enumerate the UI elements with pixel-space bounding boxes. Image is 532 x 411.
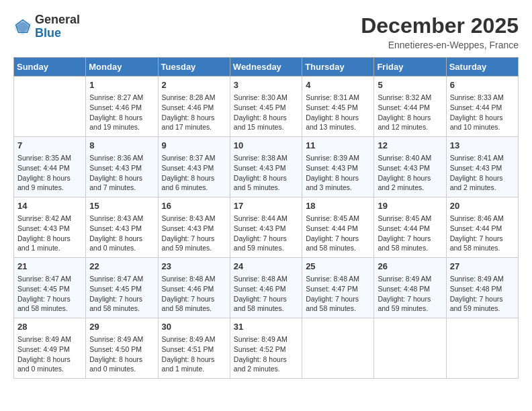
day-info: Sunrise: 8:35 AM <box>17 153 82 163</box>
header-wednesday: Wednesday <box>230 58 302 77</box>
logo-icon <box>13 17 32 36</box>
day-info: Daylight: 8 hours <box>378 173 442 183</box>
day-info: Sunrise: 8:40 AM <box>378 153 442 163</box>
calendar-cell: 12Sunrise: 8:40 AMSunset: 4:43 PMDayligh… <box>374 137 446 197</box>
day-number: 26 <box>378 261 442 273</box>
day-info: Daylight: 8 hours <box>450 113 515 123</box>
day-info: Sunset: 4:51 PM <box>162 345 226 355</box>
day-number: 6 <box>450 79 515 91</box>
day-number: 18 <box>306 200 370 212</box>
day-info: Daylight: 8 hours <box>89 234 154 244</box>
day-info: and 58 minutes. <box>162 304 226 314</box>
day-info: Sunset: 4:44 PM <box>378 224 442 234</box>
day-number: 5 <box>378 79 442 91</box>
day-info: Sunrise: 8:49 AM <box>450 274 515 284</box>
calendar-week-row: 7Sunrise: 8:35 AMSunset: 4:44 PMDaylight… <box>14 137 519 197</box>
calendar-week-row: 28Sunrise: 8:49 AMSunset: 4:49 PMDayligh… <box>14 318 519 379</box>
day-number: 4 <box>306 79 370 91</box>
header-friday: Friday <box>374 58 446 77</box>
day-info: Daylight: 8 hours <box>306 113 370 123</box>
day-info: and 0 minutes. <box>89 364 154 374</box>
day-number: 21 <box>17 261 82 273</box>
day-info: and 7 minutes. <box>89 183 154 193</box>
day-info: Sunset: 4:44 PM <box>450 103 515 113</box>
day-info: Sunrise: 8:45 AM <box>378 214 442 224</box>
calendar-cell: 19Sunrise: 8:45 AMSunset: 4:44 PMDayligh… <box>374 197 446 258</box>
day-info: Daylight: 7 hours <box>89 294 154 304</box>
calendar-cell <box>302 318 374 379</box>
day-info: and 13 minutes. <box>306 122 370 132</box>
day-info: Sunrise: 8:41 AM <box>450 153 515 163</box>
day-info: Daylight: 8 hours <box>234 355 298 365</box>
day-info: and 59 minutes. <box>450 304 515 314</box>
day-info: Sunrise: 8:48 AM <box>306 274 370 284</box>
header-sunday: Sunday <box>14 58 86 77</box>
calendar-week-row: 1Sunrise: 8:27 AMSunset: 4:46 PMDaylight… <box>14 77 519 137</box>
day-info: Sunrise: 8:27 AM <box>89 93 154 103</box>
day-info: Daylight: 8 hours <box>17 355 82 365</box>
day-info: Sunrise: 8:44 AM <box>234 214 298 224</box>
day-number: 29 <box>89 321 154 333</box>
day-info: and 58 minutes. <box>17 304 82 314</box>
header-saturday: Saturday <box>446 58 518 77</box>
day-info: and 0 minutes. <box>17 364 82 374</box>
day-info: and 58 minutes. <box>89 304 154 314</box>
day-info: Sunrise: 8:39 AM <box>306 153 370 163</box>
day-info: Sunrise: 8:47 AM <box>89 274 154 284</box>
day-info: Sunset: 4:46 PM <box>234 284 298 294</box>
day-info: and 0 minutes. <box>89 243 154 253</box>
day-info: Daylight: 8 hours <box>17 234 82 244</box>
day-info: Sunset: 4:45 PM <box>234 103 298 113</box>
calendar-cell: 27Sunrise: 8:49 AMSunset: 4:48 PMDayligh… <box>446 258 518 318</box>
calendar-cell: 6Sunrise: 8:33 AMSunset: 4:44 PMDaylight… <box>446 77 518 137</box>
day-info: Daylight: 8 hours <box>17 173 82 183</box>
day-info: and 1 minute. <box>17 243 82 253</box>
day-info: Daylight: 8 hours <box>378 113 442 123</box>
calendar-cell: 4Sunrise: 8:31 AMSunset: 4:45 PMDaylight… <box>302 77 374 137</box>
day-info: Sunrise: 8:43 AM <box>162 214 226 224</box>
logo-blue-text: Blue <box>35 27 80 40</box>
day-info: Daylight: 8 hours <box>162 355 226 365</box>
page-header: General Blue December 2025 Ennetieres-en… <box>13 13 519 50</box>
day-info: and 59 minutes. <box>378 304 442 314</box>
day-info: Sunset: 4:48 PM <box>450 284 515 294</box>
day-info: Daylight: 8 hours <box>89 173 154 183</box>
day-info: Sunrise: 8:46 AM <box>450 214 515 224</box>
day-info: Sunset: 4:45 PM <box>89 284 154 294</box>
day-info: and 15 minutes. <box>234 122 298 132</box>
day-info: Sunset: 4:45 PM <box>306 103 370 113</box>
title-block: December 2025 Ennetieres-en-Weppes, Fran… <box>361 13 519 50</box>
calendar-table: SundayMondayTuesdayWednesdayThursdayFrid… <box>13 57 519 379</box>
day-info: Sunrise: 8:33 AM <box>450 93 515 103</box>
calendar-cell: 2Sunrise: 8:28 AMSunset: 4:46 PMDaylight… <box>158 77 230 137</box>
header-thursday: Thursday <box>302 58 374 77</box>
day-info: and 58 minutes. <box>378 243 442 253</box>
day-number: 8 <box>89 140 154 152</box>
day-number: 9 <box>162 140 226 152</box>
day-info: Daylight: 7 hours <box>450 234 515 244</box>
day-info: and 59 minutes. <box>234 243 298 253</box>
calendar-week-row: 14Sunrise: 8:42 AMSunset: 4:43 PMDayligh… <box>14 197 519 258</box>
calendar-week-row: 21Sunrise: 8:47 AMSunset: 4:45 PMDayligh… <box>14 258 519 318</box>
day-info: and 59 minutes. <box>162 243 226 253</box>
calendar-cell: 30Sunrise: 8:49 AMSunset: 4:51 PMDayligh… <box>158 318 230 379</box>
calendar-cell: 10Sunrise: 8:38 AMSunset: 4:43 PMDayligh… <box>230 137 302 197</box>
day-info: Sunrise: 8:49 AM <box>378 274 442 284</box>
day-info: Sunset: 4:46 PM <box>162 103 226 113</box>
day-info: and 19 minutes. <box>89 122 154 132</box>
day-info: Daylight: 7 hours <box>162 294 226 304</box>
day-info: Daylight: 7 hours <box>306 294 370 304</box>
day-number: 2 <box>162 79 226 91</box>
day-info: Daylight: 8 hours <box>89 355 154 365</box>
day-info: Sunset: 4:43 PM <box>89 163 154 173</box>
day-info: Daylight: 8 hours <box>89 113 154 123</box>
day-info: Sunset: 4:43 PM <box>450 163 515 173</box>
calendar-cell: 15Sunrise: 8:43 AMSunset: 4:43 PMDayligh… <box>86 197 158 258</box>
calendar-cell: 5Sunrise: 8:32 AMSunset: 4:44 PMDaylight… <box>374 77 446 137</box>
day-info: Sunset: 4:45 PM <box>17 284 82 294</box>
day-info: Sunrise: 8:37 AM <box>162 153 226 163</box>
logo: General Blue <box>13 13 80 40</box>
calendar-cell: 8Sunrise: 8:36 AMSunset: 4:43 PMDaylight… <box>86 137 158 197</box>
calendar-cell: 20Sunrise: 8:46 AMSunset: 4:44 PMDayligh… <box>446 197 518 258</box>
day-info: Sunrise: 8:36 AM <box>89 153 154 163</box>
